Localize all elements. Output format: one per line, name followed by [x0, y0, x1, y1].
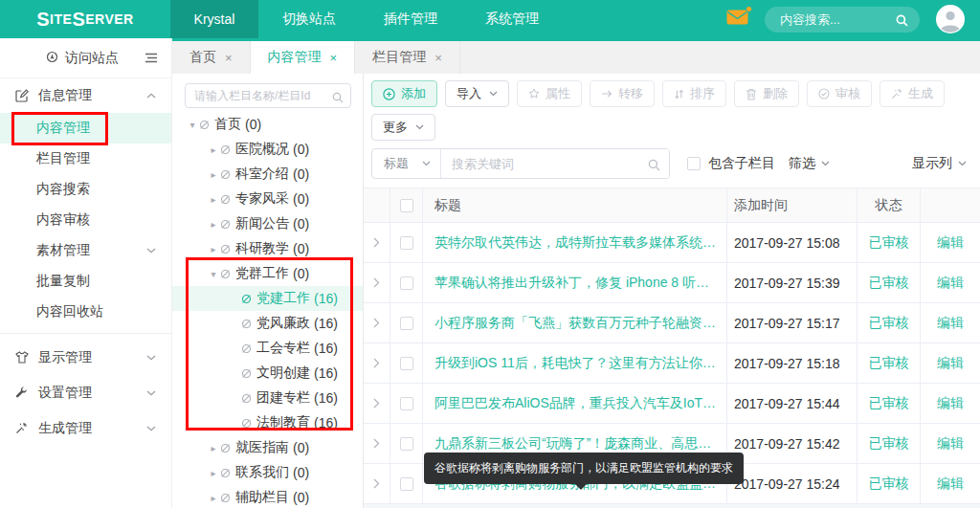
tree-node[interactable]: ▸新闻公告(0): [172, 211, 363, 236]
row-checkbox[interactable]: [400, 357, 413, 370]
chevron-collapsed-icon[interactable]: ▸: [207, 144, 220, 155]
tree-node[interactable]: ▸科室介绍(0): [172, 162, 363, 187]
content-title-link[interactable]: 阿里巴巴发布AliOS品牌，重兵投入汽车及IoT领域: [434, 395, 717, 412]
edit-link[interactable]: 编辑: [937, 275, 964, 292]
edit-link[interactable]: 编辑: [937, 395, 964, 412]
edit-link[interactable]: 编辑: [937, 355, 964, 372]
status-link[interactable]: 已审核: [869, 395, 909, 412]
tab-home[interactable]: 首页 ×: [172, 41, 251, 74]
edit-link[interactable]: 编辑: [937, 234, 964, 252]
display-columns-dropdown[interactable]: 显示列: [912, 155, 967, 172]
transfer-button[interactable]: 转移: [590, 80, 655, 107]
channel-search-input[interactable]: [185, 83, 351, 108]
close-icon[interactable]: ×: [225, 51, 233, 65]
tree-node-label[interactable]: 首页: [214, 116, 241, 133]
status-link[interactable]: 已审核: [869, 234, 909, 252]
tree-node[interactable]: ▸医院概况(0): [172, 137, 363, 162]
visit-site-button[interactable]: 访问站点: [0, 38, 171, 78]
tree-node[interactable]: 团建专栏(16): [172, 386, 363, 410]
tree-node-label[interactable]: 新闻公告: [235, 215, 289, 232]
tree-node[interactable]: ▸专家风采(0): [172, 187, 363, 211]
tree-node[interactable]: ▸联系我们(0): [172, 460, 363, 485]
sidebar-item-material-management[interactable]: 素材管理: [0, 235, 171, 266]
sidebar-item-info-management[interactable]: 信息管理: [0, 78, 171, 113]
tree-node-label[interactable]: 工会专栏: [256, 340, 310, 357]
menu-plugin-management[interactable]: 插件管理: [360, 0, 461, 38]
search-icon[interactable]: [332, 90, 344, 107]
sidebar-item-channel-management[interactable]: 栏目管理: [0, 144, 171, 174]
sidebar-item-batch-copy[interactable]: 批量复制: [0, 266, 171, 297]
tree-node[interactable]: 法制教育(16): [172, 410, 363, 435]
chevron-collapsed-icon[interactable]: ▸: [207, 493, 220, 503]
add-button[interactable]: 添加: [371, 80, 437, 107]
status-link[interactable]: 已审核: [869, 315, 909, 332]
tree-node[interactable]: ▸科研教学(0): [172, 236, 363, 261]
row-checkbox[interactable]: [400, 276, 413, 290]
tree-node[interactable]: ▸就医指南(0): [172, 435, 363, 460]
content-title-link[interactable]: 英特尔取代英伟达，成特斯拉车载多媒体系统新合作方...: [434, 234, 717, 252]
row-checkbox[interactable]: [400, 397, 413, 410]
content-title-link[interactable]: 升级到iOS 11后，耗电快了？这里有方法让你的iPhone...: [434, 355, 717, 372]
chevron-collapsed-icon[interactable]: ▸: [207, 169, 220, 180]
tree-node[interactable]: 工会专栏(16): [172, 336, 363, 361]
edit-link[interactable]: 编辑: [937, 435, 964, 453]
expand-chevron-icon[interactable]: [364, 384, 390, 424]
siteserver-logo[interactable]: SITESERVER: [0, 0, 170, 38]
close-icon[interactable]: ×: [330, 51, 338, 65]
tab-content-management[interactable]: 内容管理 ×: [251, 41, 356, 74]
select-all-checkbox[interactable]: [400, 199, 413, 212]
row-checkbox[interactable]: [400, 477, 413, 491]
import-button[interactable]: 导入: [445, 80, 509, 107]
status-link[interactable]: 已审核: [869, 435, 909, 453]
tree-node-label[interactable]: 联系我们: [235, 464, 289, 481]
tree-node-label[interactable]: 团建专栏: [256, 389, 310, 407]
chevron-collapsed-icon[interactable]: ▸: [207, 194, 220, 205]
status-link[interactable]: 已审核: [869, 355, 909, 372]
tree-node-label[interactable]: 科室介绍: [235, 166, 289, 183]
status-link[interactable]: 已审核: [869, 275, 909, 292]
tree-node-label[interactable]: 科研教学: [235, 240, 289, 257]
tree-node-label[interactable]: 医院概况: [235, 141, 289, 158]
edit-link[interactable]: 编辑: [937, 475, 964, 493]
chevron-collapsed-icon[interactable]: ▸: [207, 443, 220, 453]
row-checkbox[interactable]: [400, 317, 413, 330]
expand-chevron-icon[interactable]: [364, 223, 390, 263]
row-checkbox[interactable]: [400, 236, 413, 250]
current-site-tab[interactable]: Krystal: [170, 0, 258, 38]
search-field-select[interactable]: 标题: [372, 149, 441, 178]
expand-chevron-icon[interactable]: [364, 343, 390, 384]
tree-node-label[interactable]: 党风廉政: [256, 315, 310, 332]
sort-button[interactable]: 排序: [662, 80, 726, 107]
menu-switch-site[interactable]: 切换站点: [258, 0, 360, 38]
search-icon[interactable]: [648, 158, 660, 175]
tree-node[interactable]: ▸辅助栏目(0): [172, 485, 363, 508]
content-title-link[interactable]: 小程序服务商「飞燕」获数百万元种子轮融资，想做线...: [434, 315, 717, 332]
tree-node-label[interactable]: 法制教育: [256, 414, 310, 431]
content-title-link[interactable]: 九鼎系新三板公司“玩嗨了”！庞森商业、高思教育股份...: [434, 435, 717, 453]
tree-node-label[interactable]: 党群工作: [235, 265, 289, 282]
chevron-collapsed-icon[interactable]: ▸: [207, 244, 220, 254]
delete-button[interactable]: 删除: [734, 80, 799, 107]
keyword-input[interactable]: [441, 149, 669, 178]
messages-button[interactable]: [726, 10, 748, 29]
generate-button[interactable]: 生成: [880, 80, 945, 107]
edit-link[interactable]: 编辑: [937, 315, 964, 332]
more-button[interactable]: 更多: [371, 114, 435, 141]
expand-chevron-icon[interactable]: [364, 424, 390, 464]
tree-node-selected[interactable]: 党建工作(16): [172, 286, 363, 311]
tree-node[interactable]: ▾首页(0): [172, 112, 363, 137]
sidebar-item-display-management[interactable]: 显示管理: [0, 340, 171, 375]
sidebar-item-content-search[interactable]: 内容搜索: [0, 174, 171, 205]
tree-node[interactable]: ▾党群工作(0): [172, 261, 363, 286]
content-title-link[interactable]: 苹果确认将推出升级补丁，修复 iPhone 8 听筒噪音问题: [434, 275, 717, 292]
tree-node[interactable]: 文明创建(16): [172, 361, 363, 386]
menu-system-management[interactable]: 系统管理: [461, 0, 563, 38]
chevron-expanded-icon[interactable]: ▾: [186, 120, 199, 130]
row-checkbox[interactable]: [400, 437, 413, 451]
tree-node[interactable]: 党风廉政(16): [172, 311, 363, 336]
collapse-menu-icon[interactable]: [145, 53, 158, 63]
status-link[interactable]: 已审核: [869, 475, 909, 493]
tree-node-label[interactable]: 就医指南: [235, 439, 289, 456]
chevron-collapsed-icon[interactable]: ▸: [207, 219, 220, 230]
expand-chevron-icon[interactable]: [364, 464, 390, 504]
